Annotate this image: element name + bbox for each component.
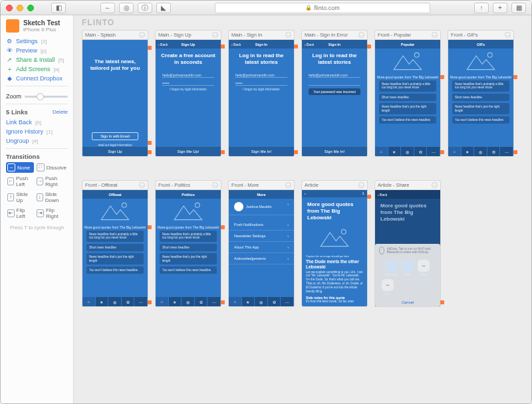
link-dot[interactable] [148,46,152,50]
tab-more-icon[interactable]: ⋯ [207,297,221,306]
transition-flip-left[interactable]: ⇤Flip Left [6,206,34,221]
tab-home-icon[interactable]: ⌂ [375,147,388,156]
screen-card-more[interactable]: Front - More⋯ More Joshua Mauldin› Push … [228,180,295,307]
share-mail[interactable]: Mail [402,260,414,276]
link-dot[interactable] [148,300,152,304]
share-icon[interactable]: ↥ [351,191,364,195]
tab-star-icon[interactable]: ★ [96,297,109,306]
tabs-button[interactable]: ▦ [511,3,526,13]
sign-me-in-button[interactable]: Sign Me In! [302,147,367,156]
link-dot[interactable] [513,75,517,79]
tab-chat-icon[interactable]: ✿ [487,147,501,156]
screen-card-article[interactable]: Article⋯ ‹↥ More good quotes from The Bi… [301,180,368,307]
ignore-history-button[interactable]: Ignore History[1] [6,128,68,135]
share-button[interactable]: ↑ [474,3,489,13]
screen-card-sign-in[interactable]: Main - Sign In⋯ ‹ BackSign In Log in to … [228,30,295,157]
link-dot[interactable] [294,150,298,154]
canvas[interactable]: FLINTO Main - Splash⋯ The latest news, t… [74,15,531,403]
list-item[interactable]: News headline that's probably a little t… [86,231,144,242]
tab-more-icon[interactable]: ⋯ [500,147,513,156]
link-dot[interactable] [513,150,517,154]
project-header[interactable]: Sketch Test iPhone 6 Plus [6,19,68,33]
cancel-button[interactable]: Cancel [375,298,440,306]
list-item[interactable]: News headline that's probably a little t… [160,231,217,242]
tab-home-icon[interactable]: ⌂ [156,297,169,306]
tab-chat-icon[interactable]: ✿ [122,297,135,306]
link-dot[interactable] [148,141,152,145]
gear-icon[interactable]: ⋯ [358,182,364,188]
transition-push-left[interactable]: ←Push Left [6,174,34,189]
screen-card-popular[interactable]: Front - Popular⋯ Popular More good quote… [374,30,441,157]
transition-push-right[interactable]: →Push Right [35,174,68,189]
gear-icon[interactable]: ⋯ [285,32,291,38]
tab-more-icon[interactable]: ⋯ [134,297,148,306]
screen-card-gifs[interactable]: Front - GIFs⋯ GIFs More good quotes from… [448,30,514,157]
email-field[interactable]: hello@joshuamauldin.com [235,72,287,78]
minimize-traffic-light[interactable] [17,5,23,11]
sidebar-toggle-button[interactable]: ◧ [51,3,66,13]
sidebar-item-dropbox[interactable]: ◆Connect Dropbox [6,75,68,82]
screen-card-article-share[interactable]: Article - Share⋯ ‹ Back More good quotes… [374,180,441,307]
list-item[interactable]: You won't believe this news headline [86,266,144,274]
sidebar-item-preview[interactable]: 👁Preview[p] [6,47,68,54]
screen-card-politics[interactable]: Front - Politics⋯ Politics More good quo… [155,180,221,307]
link-dot[interactable] [294,45,298,49]
list-item[interactable]: Short news headline [160,244,217,251]
zoom-traffic-light[interactable] [27,5,34,11]
delete-links-button[interactable]: Delete [53,109,68,115]
gear-icon[interactable]: ⋯ [358,32,364,38]
gear-icon[interactable]: ⋯ [212,182,218,188]
gear-icon[interactable]: ⋯ [285,182,291,188]
gear-icon[interactable]: ⋯ [505,32,511,38]
sidebar-item-add-screens[interactable]: ＋Add Screens[a] [6,66,68,72]
share-message[interactable]: Message [386,260,398,276]
settings-row[interactable]: Acknowledgements› [229,253,294,264]
list-item[interactable]: News headline that's just the right leng… [86,253,144,264]
close-traffic-light[interactable] [6,5,13,11]
address-bar[interactable]: 🔒flinto.com [215,3,430,13]
nav-info-button[interactable]: ⓘ [138,3,152,13]
screen-card-offbeat[interactable]: Front - Offbeat⋯ Offbeat More good quote… [82,180,148,307]
settings-row[interactable]: Newsletter Settings› [229,231,294,242]
link-dot[interactable] [221,300,225,304]
email-field[interactable]: hello@joshuamauldin.com [162,72,214,78]
list-item[interactable]: News headline that's just the right leng… [379,103,436,114]
transition-dissolve[interactable]: ∷Dissolve [35,162,68,173]
sign-me-up-button[interactable]: Sign Me Up! [156,147,221,156]
tab-chat-icon[interactable]: ✿ [414,147,428,156]
link-dot[interactable] [148,225,152,229]
tab-globe-icon[interactable]: ◍ [401,147,414,156]
link-dot[interactable] [367,45,371,49]
tab-home-icon[interactable]: ⌂ [82,297,96,306]
settings-row[interactable]: Push Notifications› [229,219,294,231]
sign-in-email-button[interactable]: Sign In with Email [92,132,138,140]
gear-icon[interactable]: ⋯ [139,32,145,38]
transition-none[interactable]: –None [6,162,34,173]
gear-icon[interactable]: ⋯ [212,32,218,38]
link-dot[interactable] [148,150,152,154]
link-dot[interactable] [221,150,225,154]
list-item[interactable]: News headline that's just the right leng… [452,103,509,114]
link-dot[interactable] [221,45,225,49]
tab-star-icon[interactable]: ★ [388,147,402,156]
nav-target-button[interactable]: ◎ [119,3,134,13]
list-item[interactable]: News headline that's probably a little t… [379,80,436,92]
gear-icon[interactable]: ⋯ [139,182,145,188]
link-dot[interactable] [440,75,444,79]
link-dot[interactable] [440,150,444,154]
add-tab-button[interactable]: + [493,3,507,13]
password-field[interactable] [309,80,360,86]
tab-globe-icon[interactable]: ◍ [474,147,487,156]
tab-more-icon[interactable]: ⋯ [427,147,440,156]
link-dot[interactable] [440,300,444,304]
list-item[interactable]: Short news headline [452,94,509,101]
list-item[interactable]: You won't believe this news headline [379,116,436,124]
sidebar-item-share[interactable]: ↗Share & Install[5] [6,56,68,63]
ungroup-button[interactable]: Ungroup[4] [6,138,68,144]
password-field[interactable]: •••••• [235,80,287,86]
transition-slide-down[interactable]: ↓Slide Down [35,190,68,205]
transition-slide-up[interactable]: ↑Slide Up [6,190,34,205]
transition-flip-right[interactable]: ⇥Flip Right [35,206,68,221]
zoom-knob[interactable] [37,93,44,100]
sidebar-item-settings[interactable]: ⚙Settings[2] [6,38,68,45]
